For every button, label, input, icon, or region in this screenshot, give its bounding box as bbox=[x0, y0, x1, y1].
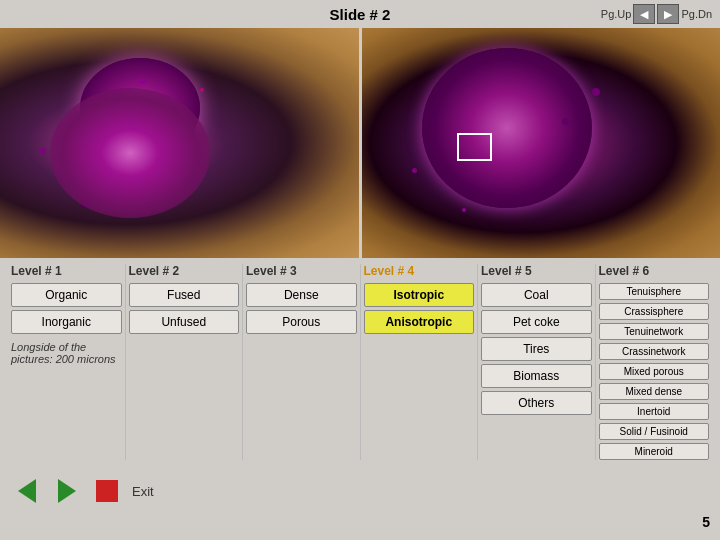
pgup-label: Pg.Up bbox=[601, 8, 632, 20]
next-button[interactable]: ▶ bbox=[657, 4, 679, 24]
petcoke-button[interactable]: Pet coke bbox=[481, 310, 592, 334]
organic-button[interactable]: Organic bbox=[11, 283, 122, 307]
level1-column: Level # 1 Organic Inorganic Longside of … bbox=[8, 264, 126, 460]
porous-button[interactable]: Porous bbox=[246, 310, 357, 334]
selection-box-right bbox=[457, 133, 492, 161]
isotropic-button[interactable]: Isotropic bbox=[364, 283, 475, 307]
nav-controls: Pg.Up ◀ ▶ Pg.Dn bbox=[601, 4, 712, 24]
biomass-button[interactable]: Biomass bbox=[481, 364, 592, 388]
stop-button[interactable] bbox=[92, 477, 122, 505]
level5-column: Level # 5 Coal Pet coke Tires Biomass Ot… bbox=[478, 264, 596, 460]
exit-label: Exit bbox=[132, 484, 154, 499]
unfused-button[interactable]: Unfused bbox=[129, 310, 240, 334]
image-area bbox=[0, 28, 720, 258]
right-image-bg bbox=[362, 28, 721, 258]
forward-button[interactable] bbox=[52, 477, 82, 505]
page-number: 5 bbox=[702, 514, 710, 530]
mixedporous-button[interactable]: Mixed porous bbox=[599, 363, 710, 380]
level4-column: Level # 4 Isotropic Anisotropic bbox=[361, 264, 479, 460]
inorganic-button[interactable]: Inorganic bbox=[11, 310, 122, 334]
right-microscope-image bbox=[362, 28, 721, 258]
level3-header: Level # 3 bbox=[246, 264, 357, 278]
level2-header: Level # 2 bbox=[129, 264, 240, 278]
pgdn-label: Pg.Dn bbox=[681, 8, 712, 20]
crassinetwork-button[interactable]: Crassinetwork bbox=[599, 343, 710, 360]
anisotropic-button[interactable]: Anisotropic bbox=[364, 310, 475, 334]
bottom-toolbar: Exit 5 bbox=[0, 466, 720, 516]
solid-fusinoid-button[interactable]: Solid / Fusinoid bbox=[599, 423, 710, 440]
coal-button[interactable]: Coal bbox=[481, 283, 592, 307]
slide-title: Slide # 2 bbox=[330, 6, 391, 23]
tenuisphere-button[interactable]: Tenuisphere bbox=[599, 283, 710, 300]
level1-header: Level # 1 bbox=[11, 264, 122, 278]
fused-button[interactable]: Fused bbox=[129, 283, 240, 307]
classification-panel: Level # 1 Organic Inorganic Longside of … bbox=[0, 258, 720, 466]
left-image-bg bbox=[0, 28, 359, 258]
mixeddense-button[interactable]: Mixed dense bbox=[599, 383, 710, 400]
crassisphere-button[interactable]: Crassisphere bbox=[599, 303, 710, 320]
level6-column: Level # 6 Tenuisphere Crassisphere Tenui… bbox=[596, 264, 713, 460]
tires-button[interactable]: Tires bbox=[481, 337, 592, 361]
back-icon bbox=[18, 479, 36, 503]
selection-box-left bbox=[105, 128, 140, 156]
level6-header: Level # 6 bbox=[599, 264, 710, 278]
inertoid-button[interactable]: Inertoid bbox=[599, 403, 710, 420]
level3-column: Level # 3 Dense Porous bbox=[243, 264, 361, 460]
others-button[interactable]: Others bbox=[481, 391, 592, 415]
level4-header: Level # 4 bbox=[364, 264, 475, 278]
header: Slide # 2 Pg.Up ◀ ▶ Pg.Dn bbox=[0, 0, 720, 28]
left-microscope-image bbox=[0, 28, 359, 258]
forward-icon bbox=[58, 479, 76, 503]
level5-header: Level # 5 bbox=[481, 264, 592, 278]
tenuinetwork-button[interactable]: Tenuinetwork bbox=[599, 323, 710, 340]
scale-text: Longside of the pictures: 200 microns bbox=[11, 341, 122, 365]
back-button[interactable] bbox=[12, 477, 42, 505]
mineroid-button[interactable]: Mineroid bbox=[599, 443, 710, 460]
dense-button[interactable]: Dense bbox=[246, 283, 357, 307]
stop-icon bbox=[96, 480, 118, 502]
level2-column: Level # 2 Fused Unfused bbox=[126, 264, 244, 460]
prev-button[interactable]: ◀ bbox=[633, 4, 655, 24]
